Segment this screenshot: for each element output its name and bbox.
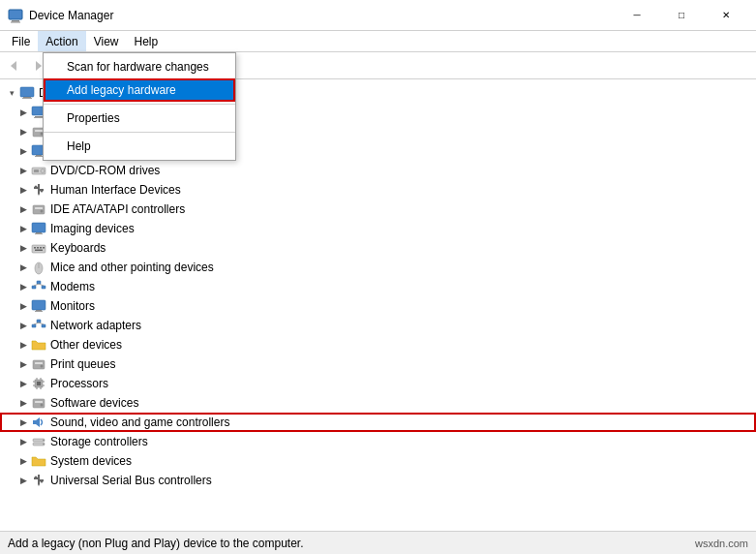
expand-ide[interactable]: ▶	[15, 201, 31, 217]
menu-bar: File Action View Help	[0, 31, 756, 52]
menu-view[interactable]: View	[86, 31, 127, 51]
close-button[interactable]: ✕	[704, 0, 748, 31]
icon-storage	[31, 434, 46, 449]
tree-item-processors[interactable]: ▶ Processors	[0, 374, 756, 393]
tree-item-dvd[interactable]: ▶ DVD/CD-ROM drives	[0, 161, 756, 180]
expand-disk-drives[interactable]: ▶	[15, 124, 31, 139]
app-icon	[8, 8, 23, 23]
icon-processors	[31, 376, 46, 391]
svg-point-87	[35, 477, 38, 479]
svg-line-54	[39, 284, 44, 286]
expand-imaging[interactable]: ▶	[15, 221, 31, 236]
svg-rect-30	[38, 184, 40, 194]
expand-dvd[interactable]: ▶	[15, 163, 31, 178]
dropdown-add-legacy[interactable]: Add legacy hardware	[44, 78, 235, 102]
icon-print	[31, 356, 46, 372]
svg-marker-3	[11, 61, 16, 71]
tree-item-ide[interactable]: ▶ IDE ATA/ATAPI controllers	[0, 200, 756, 219]
expand-other[interactable]: ▶	[15, 337, 31, 353]
maximize-button[interactable]: □	[659, 0, 704, 31]
svg-point-82	[43, 440, 45, 442]
expand-mice[interactable]: ▶	[15, 260, 31, 275]
tree-item-modems[interactable]: ▶ Modems	[0, 277, 756, 296]
svg-rect-56	[36, 310, 42, 311]
svg-rect-36	[33, 205, 45, 214]
tree-item-sound[interactable]: ▶ Sound, video and game controllers	[0, 413, 756, 432]
tree-item-print[interactable]: ▶ Print queues	[0, 354, 756, 374]
icon-sound	[31, 415, 46, 430]
svg-rect-64	[35, 362, 43, 364]
tree-item-other[interactable]: ▶ Other devices	[0, 335, 756, 354]
icon-dvd	[31, 163, 46, 178]
svg-rect-57	[35, 311, 43, 312]
label-mice: Mice and other pointing devices	[50, 261, 756, 274]
svg-rect-46	[43, 247, 45, 249]
expand-modems[interactable]: ▶	[15, 279, 31, 294]
minimize-button[interactable]: ─	[615, 0, 659, 31]
svg-point-65	[41, 365, 44, 368]
expand-sound[interactable]: ▶	[15, 415, 31, 430]
tree-item-mice[interactable]: ▶ Mice and other pointing devices	[0, 258, 756, 277]
expand-network[interactable]: ▶	[15, 318, 31, 333]
icon-network	[31, 318, 46, 333]
icon-monitors	[31, 298, 46, 314]
svg-rect-50	[37, 281, 41, 284]
window-title: Device Manager	[29, 9, 113, 22]
label-imaging: Imaging devices	[50, 222, 756, 235]
svg-rect-67	[37, 382, 41, 385]
svg-line-62	[39, 323, 44, 324]
menu-help[interactable]: Help	[127, 31, 166, 51]
label-usb: Universal Serial Bus controllers	[50, 474, 756, 487]
svg-rect-55	[32, 300, 45, 310]
status-text: Add a legacy (non Plug and Play) device …	[8, 537, 304, 550]
dropdown-help[interactable]: Help	[44, 135, 235, 158]
svg-point-38	[41, 210, 44, 213]
expand-keyboards[interactable]: ▶	[15, 240, 31, 256]
svg-rect-77	[35, 401, 43, 403]
svg-rect-51	[32, 286, 36, 289]
tree-item-monitors[interactable]: ▶ Monitors	[0, 296, 756, 316]
expand-storage[interactable]: ▶	[15, 434, 31, 449]
label-network: Network adapters	[50, 319, 756, 332]
tree-item-usb[interactable]: ▶ Universal Serial Bus controllers	[0, 471, 756, 490]
svg-point-34	[41, 190, 44, 193]
tree-item-system[interactable]: ▶ System devices	[0, 451, 756, 471]
label-hid: Human Interface Devices	[50, 183, 756, 197]
toolbar-back-button[interactable]	[4, 55, 25, 77]
title-bar-controls: ─ □ ✕	[615, 0, 748, 31]
menu-action[interactable]: Action	[38, 31, 85, 51]
svg-rect-42	[32, 245, 45, 253]
icon-system	[31, 453, 46, 469]
icon-software	[31, 395, 46, 411]
icon-hid	[31, 182, 46, 198]
tree-item-storage[interactable]: ▶ Storage controllers	[0, 432, 756, 451]
label-storage: Storage controllers	[50, 435, 756, 448]
tree-item-software[interactable]: ▶ Software devices	[0, 393, 756, 413]
expand-system[interactable]: ▶	[15, 453, 31, 469]
tree-item-network[interactable]: ▶ Network adapters	[0, 316, 756, 335]
svg-rect-2	[11, 21, 20, 22]
dropdown-properties[interactable]: Properties	[44, 107, 235, 130]
tree-item-hid[interactable]: ▶ Human Interface Devices	[0, 180, 756, 200]
svg-rect-1	[12, 20, 19, 22]
svg-rect-41	[35, 233, 43, 234]
tree-item-imaging[interactable]: ▶ Imaging devices	[0, 219, 756, 238]
svg-point-88	[41, 480, 44, 483]
dropdown-separator-1	[44, 104, 235, 105]
action-dropdown-menu: Scan for hardware changes Add legacy har…	[43, 52, 236, 161]
label-sound: Sound, video and game controllers	[50, 416, 756, 429]
dropdown-scan-hardware[interactable]: Scan for hardware changes	[44, 55, 235, 78]
root-expand-icon[interactable]: ▾	[4, 85, 19, 101]
expand-computer[interactable]: ▶	[15, 105, 31, 120]
tree-item-keyboards[interactable]: ▶ Keyboards	[0, 238, 756, 258]
expand-hid[interactable]: ▶	[15, 182, 31, 198]
expand-display-adapters[interactable]: ▶	[15, 143, 31, 159]
expand-processors[interactable]: ▶	[15, 376, 31, 391]
menu-file[interactable]: File	[4, 31, 38, 51]
computer-root-icon	[19, 85, 35, 101]
expand-software[interactable]: ▶	[15, 395, 31, 411]
expand-usb[interactable]: ▶	[15, 473, 31, 488]
title-bar: Device Manager ─ □ ✕	[0, 0, 756, 31]
expand-monitors[interactable]: ▶	[15, 298, 31, 314]
expand-print[interactable]: ▶	[15, 356, 31, 372]
